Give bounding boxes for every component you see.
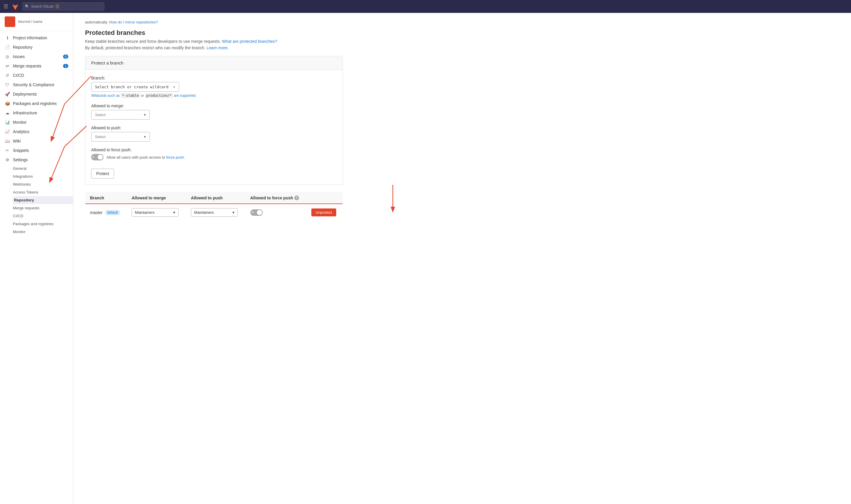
th-allowed-merge: Allowed to merge xyxy=(127,192,186,204)
settings-sub-repository[interactable]: Repository xyxy=(13,196,73,204)
sidebar-item-analytics[interactable]: 📈 Analytics xyxy=(0,127,73,136)
sidebar-item-deployments[interactable]: 🚀 Deployments xyxy=(0,89,73,99)
merge-cell: Maintainers ▾ xyxy=(127,204,186,221)
sidebar-item-label: Security & Compliance xyxy=(13,83,55,87)
merge-chevron-icon: ▾ xyxy=(173,210,175,215)
sidebar-item-project-information[interactable]: ℹ Project information xyxy=(0,33,73,42)
table-header-row: Branch Allowed to merge Allowed to push … xyxy=(85,192,343,204)
sidebar-item-wiki[interactable]: 📖 Wiki xyxy=(0,136,73,146)
sidebar-item-merge-requests[interactable]: ⇄ Merge requests 1 xyxy=(0,61,73,71)
sidebar-item-settings[interactable]: ⚙ Settings xyxy=(0,155,73,164)
sidebar-item-label: Repository xyxy=(13,45,33,50)
top-notice: automatically. How do I mirror repositor… xyxy=(85,20,343,24)
toggle-knob xyxy=(97,155,103,160)
settings-sub-monitor[interactable]: Monitor xyxy=(13,228,73,236)
push-chevron-icon: ▾ xyxy=(233,210,235,215)
push-maintainers-select[interactable]: Maintainers ▾ xyxy=(191,208,238,217)
protected-branches-link[interactable]: What are protected branches? xyxy=(222,39,277,44)
protect-card-body: Branch: Select branch or create wildcard… xyxy=(85,70,343,184)
issues-icon: ◎ xyxy=(5,54,10,59)
search-bar[interactable]: 🔍 Search GitLab / xyxy=(22,2,104,11)
sidebar-nav: ℹ Project information 📄 Repository ◎ Iss… xyxy=(0,31,73,238)
sidebar-item-label: Monitor xyxy=(13,120,27,125)
search-placeholder: Search GitLab xyxy=(31,4,54,8)
wildcard-suffix: are supported. xyxy=(174,93,196,97)
wildcard-mid: or xyxy=(141,93,144,97)
settings-sub-packages[interactable]: Packages and registries xyxy=(13,220,73,228)
project-name: blurred / name xyxy=(18,20,42,24)
settings-sub-general[interactable]: General xyxy=(13,164,73,173)
push-form-group: Allowed to push: Select ▾ xyxy=(91,125,337,142)
protect-card-header: Protect a branch xyxy=(85,56,343,70)
force-push-label: Allowed to force push: xyxy=(91,147,337,152)
merge-placeholder: Select xyxy=(95,113,106,117)
main-content: automatically. How do I mirror repositor… xyxy=(73,13,851,504)
push-cell: Maintainers ▾ xyxy=(186,204,246,221)
sidebar-item-label: Analytics xyxy=(13,129,29,134)
merge-select-dropdown[interactable]: Select ▾ xyxy=(91,110,150,120)
merge-label: Allowed to merge: xyxy=(91,104,337,108)
merge-form-group: Allowed to merge: Select ▾ xyxy=(91,104,337,120)
sidebar-item-label: Merge requests xyxy=(13,64,41,68)
force-push-help-icon[interactable]: ? xyxy=(294,196,299,200)
snippets-icon: ✂ xyxy=(5,148,10,153)
sidebar-item-packages-registries[interactable]: 📦 Packages and registries xyxy=(0,99,73,108)
merge-requests-icon: ⇄ xyxy=(5,64,10,68)
sidebar-item-security-compliance[interactable]: 🛡 Security & Compliance xyxy=(0,80,73,89)
th-allowed-force-push: Allowed to force push ? xyxy=(246,192,307,204)
merge-maintainers-select[interactable]: Maintainers ▾ xyxy=(132,208,179,217)
push-placeholder: Select xyxy=(95,134,106,139)
top-navigation: ☰ 🔍 Search GitLab / xyxy=(0,0,851,13)
sidebar-item-infrastructure[interactable]: ☁ Infrastructure xyxy=(0,108,73,118)
merge-chevron-icon: ▾ xyxy=(144,113,146,117)
protect-card: Protect a branch Branch: Select branch o… xyxy=(85,56,343,185)
sidebar-item-label: Issues xyxy=(13,54,25,59)
sidebar-item-label: CI/CD xyxy=(13,73,24,78)
sidebar: blurred / name ℹ Project information 📄 R… xyxy=(0,13,73,504)
sidebar-item-cicd[interactable]: ↺ CI/CD xyxy=(0,71,73,80)
settings-sub-integrations[interactable]: Integrations xyxy=(13,173,73,180)
settings-sub-cicd[interactable]: CI/CD xyxy=(13,212,73,220)
sidebar-item-monitor[interactable]: 📊 Monitor xyxy=(0,118,73,127)
settings-sub-webhooks[interactable]: Webhooks xyxy=(13,180,73,188)
default-branch-badge: default xyxy=(105,210,120,215)
protect-submit-button[interactable]: Protect xyxy=(91,168,114,179)
unprotect-button[interactable]: Unprotect xyxy=(311,209,336,216)
slash-badge: / xyxy=(55,4,59,9)
force-push-cell: ✕ xyxy=(246,204,307,221)
branch-select-placeholder: Select branch or create wildcard xyxy=(95,85,168,89)
force-push-form-group: Allowed to force push: ✕ Allow all users… xyxy=(91,147,337,160)
merge-requests-badge: 1 xyxy=(63,64,68,68)
sidebar-item-issues[interactable]: ◎ Issues 0 xyxy=(0,52,73,61)
toggle-x-icon: ✕ xyxy=(92,156,95,159)
wildcard-code2: production/* xyxy=(145,93,173,98)
force-push-toggle[interactable]: ✕ xyxy=(91,154,104,160)
monitor-icon: 📊 xyxy=(5,120,10,125)
mirror-link[interactable]: How do I mirror repositories? xyxy=(109,20,158,24)
wiki-icon: 📖 xyxy=(5,139,10,143)
force-push-description: Allow all users with push access to forc… xyxy=(106,155,185,160)
wildcard-prefix: Wildcards such as xyxy=(91,93,120,97)
wildcard-hint: Wildcards such as *-stable or production… xyxy=(91,93,337,97)
settings-sub-access-tokens[interactable]: Access Tokens xyxy=(13,188,73,196)
project-avatar xyxy=(5,16,15,27)
sidebar-item-repository[interactable]: 📄 Repository xyxy=(0,42,73,52)
hamburger-icon[interactable]: ☰ xyxy=(3,3,8,10)
sidebar-item-snippets[interactable]: ✂ Snippets xyxy=(0,146,73,155)
settings-submenu: General Integrations Webhooks Access Tok… xyxy=(0,164,73,236)
push-value: Maintainers xyxy=(194,210,214,215)
action-cell: Unprotect xyxy=(307,204,343,221)
table-row: master default Maintainers ▾ xyxy=(85,204,343,221)
branch-name: master xyxy=(90,210,103,215)
page-description: Keep stable branches secure and force de… xyxy=(85,39,343,44)
push-select-dropdown[interactable]: Select ▾ xyxy=(91,132,150,142)
force-push-link[interactable]: force push. xyxy=(166,155,185,160)
settings-sub-merge-requests[interactable]: Merge requests xyxy=(13,204,73,212)
merge-value: Maintainers xyxy=(135,210,155,215)
branch-select-dropdown[interactable]: Select branch or create wildcard ▾ xyxy=(91,82,179,92)
row-force-push-toggle[interactable]: ✕ xyxy=(250,209,262,216)
infrastructure-icon: ☁ xyxy=(5,110,10,115)
repository-icon: 📄 xyxy=(5,45,10,50)
wildcard-code1: *-stable xyxy=(121,93,140,98)
learn-more-link[interactable]: Learn more. xyxy=(207,46,229,50)
